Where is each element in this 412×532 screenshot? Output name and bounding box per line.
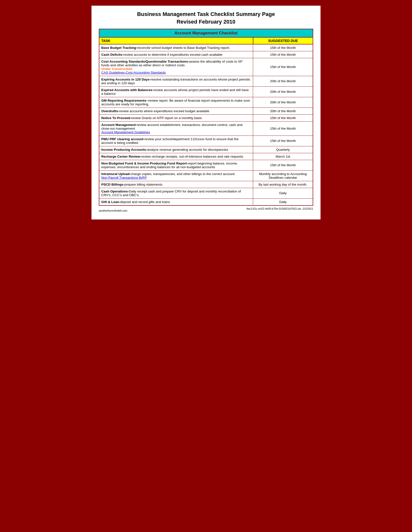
task-cell: Gift & Loan-deposit and record gifts and… <box>99 198 253 205</box>
table-row: Intramural Upload-charge copies, transpa… <box>99 170 313 181</box>
due-cell: March 1st <box>253 153 313 160</box>
task-bold-text: Overdrafts- <box>101 109 119 113</box>
table-row: Notice To Proceed-review Grants on NTP r… <box>99 114 313 121</box>
due-cell: Daily <box>253 198 313 205</box>
task-link[interactable]: Non Payroll Transactions B@P <box>101 176 251 179</box>
footer-left: anotherformofrelief.com <box>99 209 127 212</box>
due-cell: 20th of the Month <box>253 108 313 114</box>
due-cell: 15th of the Month <box>253 160 313 170</box>
task-cell: Base Budget Tracking-reconcile school bu… <box>99 44 253 51</box>
task-cell: PMU PRF clearing account-review your sch… <box>99 136 253 146</box>
table-row: PSCD Billings-prepare billing statements… <box>99 181 313 188</box>
header-title-row: Account Management Checklist <box>99 29 313 37</box>
task-bold-text: Expired Accounts with Balances- <box>101 88 154 92</box>
page-title: Business Management Task Checklist Summa… <box>99 11 313 26</box>
table-row: GM Reporting Requirements--review report… <box>99 97 313 108</box>
table-header-title: Account Management Checklist <box>99 29 313 37</box>
due-cell: 15th of the Month <box>253 58 313 76</box>
due-cell: 20th of the Month <box>253 76 313 86</box>
checklist-table: Account Management Checklist TASK SUGGES… <box>99 29 313 206</box>
due-cell: 20th of the Month <box>253 97 313 108</box>
task-cell: Cash Deficits-review accounts to determi… <box>99 51 253 58</box>
table-row: PMU PRF clearing account-review your sch… <box>99 136 313 146</box>
due-cell: Monthly according to Accounting Deadline… <box>253 170 313 181</box>
task-bold-text: PMU PRF clearing account- <box>101 137 144 141</box>
col-task-header: TASK <box>99 37 253 44</box>
task-cell: Non-Budgeted Fund & Income Producing Fun… <box>99 160 253 170</box>
table-row: Expiring Accounts in 120 Days-resolve ou… <box>99 76 313 86</box>
table-row: Account Management-review account establ… <box>99 121 313 136</box>
task-cell: Expiring Accounts in 120 Days-resolve ou… <box>99 76 253 86</box>
page-container: Business Management Task Checklist Summa… <box>91 5 321 220</box>
task-cell: PSCD Billings-prepare billing statements <box>99 181 253 188</box>
table-row: Gift & Loan-deposit and record gifts and… <box>99 198 313 205</box>
task-bold-text: Cost Accounting Standards/Questionable T… <box>101 60 189 63</box>
due-cell: Quarterly <box>253 146 313 153</box>
due-cell: 15th of the Month <box>253 136 313 146</box>
task-bold-text: Non-Budgeted Fund & Income Producing Fun… <box>101 162 188 165</box>
task-bold-text: Cash Deficits- <box>101 53 123 56</box>
header-cols-row: TASK SUGGESTED DUE <box>99 37 313 44</box>
task-cell: Recharge Center Review-review recharge r… <box>99 153 253 160</box>
task-cell: Cost Accounting Standards/Questionable T… <box>99 58 253 76</box>
task-cell: Intramural Upload-charge copies, transpa… <box>99 170 253 181</box>
task-cell: Notice To Proceed-review Grants on NTP r… <box>99 114 253 121</box>
table-row: Income Producing Accounts-analyze revenu… <box>99 146 313 153</box>
task-cell: Cash Operations-Daily receipt cash and p… <box>99 188 253 198</box>
task-cell: Expired Accounts with Balances-review ac… <box>99 86 253 97</box>
under-construction-text: Under Construction <box>101 67 251 71</box>
task-bold-text: Recharge Center Review- <box>101 155 141 158</box>
task-bold-text: Intramural Upload- <box>101 172 131 176</box>
col-due-header: SUGGESTED DUE <box>253 37 313 44</box>
task-bold-text: Base Budget Tracking- <box>101 46 137 50</box>
task-cell: GM Reporting Requirements--review report… <box>99 97 253 108</box>
table-row: Cash Deficits-review accounts to determi… <box>99 51 313 58</box>
task-bold-text: Account Management- <box>101 123 137 127</box>
task-link[interactable]: Account Management Guidelines <box>101 130 251 134</box>
table-row: Expired Accounts with Balances-review ac… <box>99 86 313 97</box>
task-bold-text: Notice To Proceed- <box>101 116 131 120</box>
task-bold-text: Cash Operations- <box>101 190 129 193</box>
task-bold-text: GM Reporting Requirements-- <box>101 99 148 102</box>
task-cell: Income Producing Accounts-analyze revenu… <box>99 146 253 153</box>
table-row: Cash Operations-Daily receipt cash and p… <box>99 188 313 198</box>
table-row: Non-Budgeted Fund & Income Producing Fun… <box>99 160 313 170</box>
task-bold-text: Expiring Accounts in 120 Days- <box>101 78 151 81</box>
task-bold-text: PSCD Billings- <box>101 183 125 186</box>
table-row: Recharge Center Review-review recharge r… <box>99 153 313 160</box>
task-cell: Overdrafts-review accounts where expendi… <box>99 108 253 114</box>
task-bold-text: Income Producing Accounts- <box>101 148 147 151</box>
table-row: Overdrafts-review accounts where expendi… <box>99 108 313 114</box>
task-bold-text: Gift & Loan- <box>101 200 120 204</box>
footer-right: 4ec11f1c-ec52-4e50-b70e-0130021b7815.xls… <box>246 207 313 212</box>
task-cell: Account Management-review account establ… <box>99 121 253 136</box>
due-cell: 15th of the Month <box>253 121 313 136</box>
due-cell: 20th of the Month <box>253 86 313 97</box>
table-row: Cost Accounting Standards/Questionable T… <box>99 58 313 76</box>
due-cell: By last working day of the month. <box>253 181 313 188</box>
due-cell: 15th of the Month <box>253 51 313 58</box>
footer: anotherformofrelief.com 4ec11f1c-ec52-4e… <box>99 207 313 212</box>
due-cell: 15th of the Month <box>253 44 313 51</box>
table-row: Base Budget Tracking-reconcile school bu… <box>99 44 313 51</box>
due-cell: Daily <box>253 188 313 198</box>
task-link[interactable]: CAS Guidelines-Cost Accounting Standards <box>101 71 251 74</box>
due-cell: 15th of the Month <box>253 114 313 121</box>
